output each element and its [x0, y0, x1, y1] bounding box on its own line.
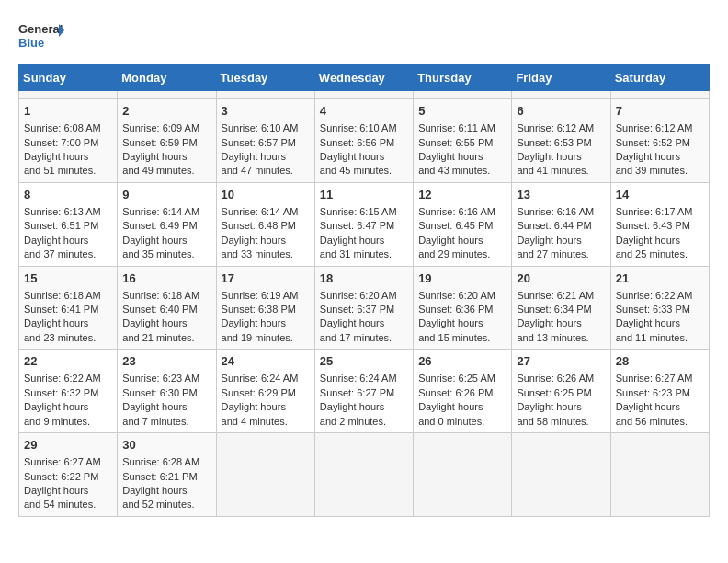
sunrise-info: Sunrise: 6:18 AM	[24, 290, 101, 301]
logo: General Blue	[18, 18, 64, 55]
sunset-info: Sunset: 6:47 PM	[320, 220, 394, 231]
day-number: 18	[320, 270, 408, 287]
calendar-cell: 28Sunrise: 6:27 AMSunset: 6:23 PMDayligh…	[610, 350, 709, 433]
day-number: 3	[222, 103, 310, 120]
day-number: 21	[616, 270, 704, 287]
sunset-info: Sunset: 6:45 PM	[418, 220, 493, 231]
sunrise-info: Sunrise: 6:16 AM	[418, 206, 495, 217]
daylight-minutes: and 19 minutes.	[222, 332, 293, 343]
calendar-cell: 26Sunrise: 6:25 AMSunset: 6:26 PMDayligh…	[414, 350, 512, 433]
sunset-info: Sunset: 6:49 PM	[122, 220, 197, 231]
daylight-label: Daylight hours	[320, 401, 384, 412]
day-number: 10	[222, 187, 310, 203]
daylight-label: Daylight hours	[24, 235, 88, 246]
sunset-info: Sunset: 6:41 PM	[24, 304, 98, 315]
sunset-info: Sunset: 6:43 PM	[616, 220, 690, 231]
day-number: 26	[418, 353, 506, 370]
calendar-cell	[216, 433, 314, 517]
calendar-cell: 8Sunrise: 6:13 AMSunset: 6:51 PMDaylight…	[19, 182, 118, 266]
calendar-cell: 12Sunrise: 6:16 AMSunset: 6:45 PMDayligh…	[414, 182, 512, 266]
sunset-info: Sunset: 6:53 PM	[517, 137, 591, 148]
sunrise-info: Sunrise: 6:14 AM	[122, 206, 199, 217]
sunset-info: Sunset: 6:48 PM	[222, 220, 296, 231]
calendar-cell: 24Sunrise: 6:24 AMSunset: 6:29 PMDayligh…	[216, 350, 314, 433]
daylight-minutes: and 37 minutes.	[24, 248, 96, 259]
sunrise-info: Sunrise: 6:13 AM	[24, 206, 101, 217]
day-number: 22	[24, 353, 112, 370]
calendar-cell	[314, 433, 413, 517]
sunset-info: Sunset: 6:23 PM	[616, 387, 690, 398]
calendar-cell: 5Sunrise: 6:11 AMSunset: 6:55 PMDaylight…	[414, 99, 512, 183]
sunrise-info: Sunrise: 6:22 AM	[24, 373, 101, 384]
calendar-cell: 1Sunrise: 6:08 AMSunset: 7:00 PMDaylight…	[19, 99, 118, 183]
day-number: 9	[122, 187, 210, 203]
daylight-label: Daylight hours	[222, 151, 286, 162]
sunset-info: Sunset: 6:36 PM	[418, 304, 493, 315]
daylight-minutes: and 13 minutes.	[517, 332, 588, 343]
daylight-label: Daylight hours	[616, 317, 680, 328]
daylight-label: Daylight hours	[222, 401, 286, 412]
daylight-minutes: and 43 minutes.	[418, 165, 490, 176]
sunrise-info: Sunrise: 6:17 AM	[616, 206, 693, 217]
daylight-minutes: and 35 minutes.	[122, 248, 194, 259]
weekday-header-thursday: Thursday	[414, 65, 512, 91]
calendar-cell: 30Sunrise: 6:28 AMSunset: 6:21 PMDayligh…	[118, 433, 216, 517]
sunset-info: Sunset: 6:21 PM	[122, 471, 197, 482]
sunrise-info: Sunrise: 6:12 AM	[517, 122, 594, 133]
sunset-info: Sunset: 6:26 PM	[418, 387, 493, 398]
sunset-info: Sunset: 6:29 PM	[222, 387, 296, 398]
day-number: 8	[24, 187, 112, 203]
calendar-cell: 14Sunrise: 6:17 AMSunset: 6:43 PMDayligh…	[610, 182, 709, 266]
day-number: 7	[616, 103, 704, 120]
weekday-header-monday: Monday	[118, 65, 216, 91]
daylight-minutes: and 25 minutes.	[616, 248, 688, 259]
calendar-cell: 25Sunrise: 6:24 AMSunset: 6:27 PMDayligh…	[314, 350, 413, 433]
sunrise-info: Sunrise: 6:21 AM	[517, 290, 594, 301]
weekday-header-sunday: Sunday	[19, 65, 118, 91]
sunset-info: Sunset: 7:00 PM	[24, 137, 98, 148]
daylight-minutes: and 41 minutes.	[517, 165, 588, 176]
daylight-label: Daylight hours	[320, 151, 384, 162]
calendar-cell	[512, 433, 610, 517]
daylight-label: Daylight hours	[616, 151, 680, 162]
sunset-info: Sunset: 6:27 PM	[320, 387, 394, 398]
calendar-cell	[610, 91, 709, 99]
calendar-cell: 27Sunrise: 6:26 AMSunset: 6:25 PMDayligh…	[512, 350, 610, 433]
calendar-cell: 9Sunrise: 6:14 AMSunset: 6:49 PMDaylight…	[118, 182, 216, 266]
daylight-label: Daylight hours	[418, 401, 483, 412]
daylight-label: Daylight hours	[122, 317, 187, 328]
svg-text:General: General	[18, 22, 63, 36]
logo-svg: General Blue	[18, 18, 64, 55]
sunset-info: Sunset: 6:22 PM	[24, 471, 98, 482]
day-number: 16	[122, 270, 210, 287]
daylight-minutes: and 17 minutes.	[320, 332, 392, 343]
daylight-label: Daylight hours	[418, 151, 483, 162]
sunrise-info: Sunrise: 6:10 AM	[222, 122, 299, 133]
sunrise-info: Sunrise: 6:18 AM	[122, 290, 199, 301]
sunset-info: Sunset: 6:55 PM	[418, 137, 493, 148]
calendar-cell: 15Sunrise: 6:18 AMSunset: 6:41 PMDayligh…	[19, 266, 118, 350]
sunset-info: Sunset: 6:57 PM	[222, 137, 296, 148]
day-number: 6	[517, 103, 605, 120]
calendar-week-0	[19, 91, 710, 99]
daylight-label: Daylight hours	[122, 485, 187, 496]
daylight-minutes: and 4 minutes.	[222, 416, 288, 427]
calendar-cell: 10Sunrise: 6:14 AMSunset: 6:48 PMDayligh…	[216, 182, 314, 266]
daylight-minutes: and 45 minutes.	[320, 165, 392, 176]
calendar-cell	[610, 433, 709, 517]
daylight-label: Daylight hours	[418, 317, 483, 328]
daylight-label: Daylight hours	[222, 317, 286, 328]
calendar-cell: 13Sunrise: 6:16 AMSunset: 6:44 PMDayligh…	[512, 182, 610, 266]
sunset-info: Sunset: 6:40 PM	[122, 304, 197, 315]
calendar-cell: 19Sunrise: 6:20 AMSunset: 6:36 PMDayligh…	[414, 266, 512, 350]
sunset-info: Sunset: 6:34 PM	[517, 304, 591, 315]
daylight-label: Daylight hours	[24, 485, 88, 496]
daylight-minutes: and 33 minutes.	[222, 248, 293, 259]
day-number: 27	[517, 353, 605, 370]
calendar-cell: 22Sunrise: 6:22 AMSunset: 6:32 PMDayligh…	[19, 350, 118, 433]
daylight-minutes: and 9 minutes.	[24, 416, 90, 427]
day-number: 28	[616, 353, 704, 370]
day-number: 19	[418, 270, 506, 287]
calendar-week-4: 22Sunrise: 6:22 AMSunset: 6:32 PMDayligh…	[19, 350, 710, 433]
daylight-minutes: and 15 minutes.	[418, 332, 490, 343]
